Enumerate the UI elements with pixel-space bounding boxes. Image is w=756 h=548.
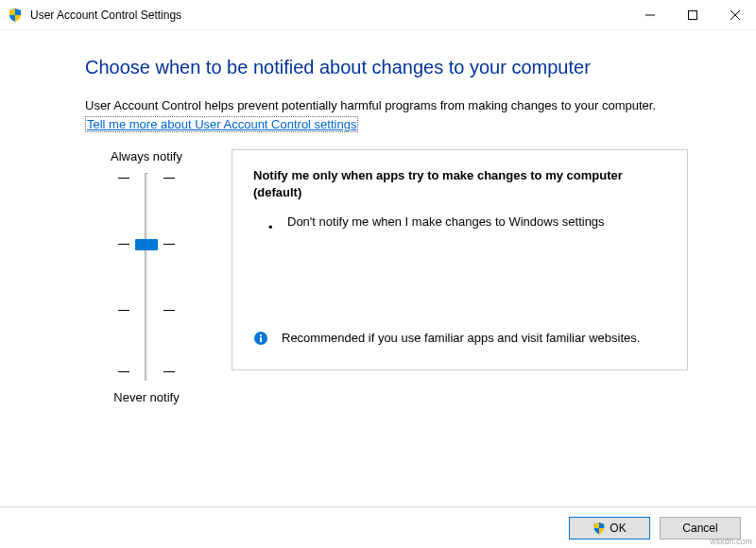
minimize-button[interactable]	[628, 0, 671, 29]
slider-label-bottom: Never notify	[113, 390, 179, 404]
recommendation-row: Recommended if you use familiar apps and…	[253, 330, 666, 351]
slider-track	[145, 173, 148, 381]
bullet-text: Don't notify me when I make changes to W…	[287, 214, 605, 231]
slider-tick	[118, 310, 175, 311]
intro-text: User Account Control helps prevent poten…	[85, 97, 688, 114]
window-title: User Account Control Settings	[30, 9, 628, 22]
detail-box: Notify me only when apps try to make cha…	[232, 149, 688, 370]
ok-button[interactable]: OK	[569, 517, 650, 539]
notification-slider[interactable]	[118, 173, 175, 381]
maximize-button[interactable]	[671, 0, 713, 29]
close-button[interactable]	[713, 0, 756, 29]
cancel-button[interactable]: Cancel	[660, 517, 741, 539]
svg-rect-6	[260, 334, 262, 336]
help-link[interactable]: Tell me more about User Account Control …	[85, 116, 358, 132]
slider-tick	[118, 371, 175, 372]
footer: OK Cancel	[0, 506, 756, 548]
page-heading: Choose when to be notified about changes…	[85, 57, 688, 78]
slider-label-top: Always notify	[111, 149, 182, 163]
detail-bullet: • Don't notify me when I make changes to…	[268, 214, 666, 236]
recommendation-text: Recommended if you use familiar apps and…	[282, 330, 640, 347]
slider-tick	[118, 178, 175, 179]
svg-rect-1	[688, 10, 696, 19]
slider-column: Always notify Never notify	[85, 149, 208, 404]
shield-icon	[593, 522, 606, 535]
shield-icon	[8, 8, 23, 23]
svg-rect-5	[260, 337, 262, 342]
window-controls	[628, 0, 756, 29]
info-icon	[253, 331, 268, 351]
titlebar: User Account Control Settings	[0, 0, 756, 30]
ok-label: OK	[610, 522, 626, 535]
bullet-icon: •	[268, 219, 274, 236]
slider-thumb[interactable]	[135, 239, 158, 250]
detail-title: Notify me only when apps try to make cha…	[253, 167, 666, 201]
main-area: Always notify Never notify Notify me onl…	[85, 149, 688, 404]
content-area: Choose when to be notified about changes…	[0, 30, 756, 404]
